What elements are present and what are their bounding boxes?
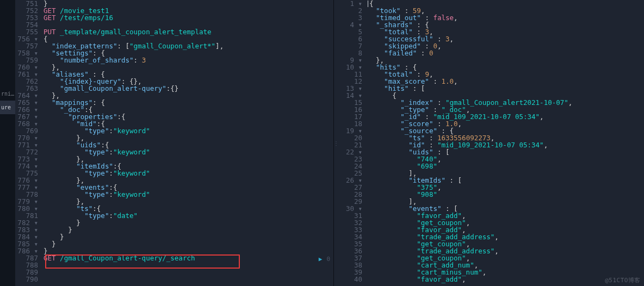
line-gutter-left: 751752753754755756 ▾757758 ▾759760 ▾761 … — [15, 0, 44, 283]
response-viewer[interactable]: 1 ▾234 ▾56789 ▾10 ▾111213 ▾14 ▾151617181… — [339, 0, 644, 286]
code-right[interactable]: { "took" : 59, "timed_out" : false, "_sh… — [368, 0, 644, 283]
watermark-text: @51CTO博客 — [605, 277, 641, 284]
code-left[interactable]: }GET /movie_test1GET /test/emps/16PUT _t… — [44, 0, 333, 283]
nav-item-2[interactable]: ure — [0, 101, 15, 114]
workspace: rni… ure 751752753754755756 ▾757758 ▾759… — [0, 0, 644, 286]
request-editor[interactable]: 751752753754755756 ▾757758 ▾759760 ▾761 … — [15, 0, 334, 286]
nav-item-1[interactable]: rni… — [0, 87, 15, 101]
activity-bar: rni… ure — [0, 0, 15, 286]
run-request-chip[interactable]: ▶ 0 — [319, 254, 330, 263]
line-gutter-right: 1 ▾234 ▾56789 ▾10 ▾111213 ▾14 ▾151617181… — [339, 0, 368, 283]
play-icon[interactable]: ▶ — [319, 256, 323, 263]
run-badge-count: 0 — [326, 256, 330, 263]
pane-splitter[interactable]: ⋮ — [334, 0, 339, 286]
